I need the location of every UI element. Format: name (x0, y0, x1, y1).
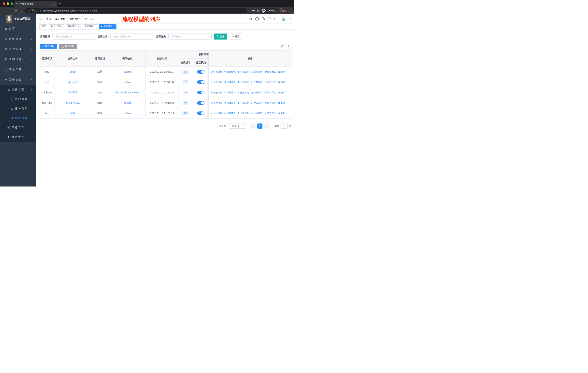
security-label[interactable]: 不安全 (31, 9, 38, 12)
active-toggle[interactable] (197, 111, 205, 115)
sidebar-item-leave-query[interactable]: 请假查询 (0, 132, 36, 142)
design-process-action[interactable]: ⚙ 设计流程 (224, 70, 235, 73)
form-info-link[interactable]: biubiu (124, 112, 131, 115)
sidebar-item-infrastructure[interactable]: 基础设施 ∨ (0, 54, 36, 64)
sidebar-item-task-management[interactable]: 任务管理 ∨ (0, 123, 36, 132)
import-process-button[interactable]: 导入流程 (59, 44, 77, 49)
close-icon[interactable]: × (113, 26, 115, 28)
create-process-button[interactable]: + 新建流程 (40, 44, 57, 49)
publish-process-action[interactable]: 发布流程 (251, 91, 262, 94)
sidebar-item-user-group[interactable]: 用户分组 (0, 104, 36, 113)
sidebar-collapse-icon[interactable] (39, 17, 42, 20)
sidebar-item-dev-tools[interactable]: 研发工具 ∨ (0, 64, 36, 75)
edit-process-action[interactable]: 修改流程 (211, 70, 222, 73)
sidebar-item-process-form[interactable]: 流程表单 (0, 94, 36, 104)
toggle-search-button[interactable] (280, 44, 285, 49)
fullscreen-icon[interactable] (267, 14, 272, 24)
process-name-link[interactable]: 测试多审批人 (65, 101, 80, 105)
delete-action[interactable]: 删除 (278, 70, 285, 73)
search-icon[interactable] (248, 14, 253, 24)
design-process-action[interactable]: ⚙ 设计流程 (224, 101, 235, 105)
delete-action[interactable]: 删除 (278, 101, 285, 105)
design-process-action[interactable]: ⚙ 设计流程 (224, 81, 235, 84)
maximize-window-button[interactable] (11, 2, 13, 5)
forward-icon[interactable]: → (7, 7, 12, 14)
close-icon[interactable]: × (61, 26, 62, 28)
active-toggle[interactable] (197, 101, 205, 105)
sidebar-item-payment[interactable]: ¥ 支付管理 ∨ (0, 44, 36, 54)
avatar[interactable] (280, 15, 287, 22)
form-info-link[interactable]: /bpm/oa/leave/create (115, 91, 139, 94)
sidebar-item-workflow[interactable]: 工作流程 ∧ (0, 75, 36, 85)
breadcrumb-item[interactable]: 首页 (46, 17, 51, 20)
search-button[interactable]: 搜索 (214, 33, 227, 40)
process-definition-action[interactable]: 流程定义 (264, 91, 276, 94)
sidebar-item-system[interactable]: ⚙ 系统管理 ∨ (0, 34, 36, 44)
browser-menu-icon[interactable]: ⋮ (288, 9, 290, 12)
breadcrumb-item[interactable]: 工作流程 (55, 17, 65, 20)
home-icon[interactable]: ⌂ (19, 7, 24, 14)
sidebar-item-process-model[interactable]: 流程模型 (0, 113, 36, 123)
help-icon[interactable]: ? (261, 14, 266, 24)
active-toggle[interactable] (197, 91, 205, 94)
process-name-link[interactable]: eeee (70, 70, 75, 73)
minimize-window-button[interactable] (7, 2, 9, 5)
goto-page-input[interactable]: 1 (281, 123, 288, 129)
github-icon[interactable] (254, 14, 260, 24)
assign-rule-action[interactable]: 分配规则 (238, 70, 249, 73)
page-1-button[interactable]: 1 (257, 123, 262, 129)
reset-button[interactable]: ↻ 重置 (229, 33, 242, 40)
publish-process-action[interactable]: 发布流程 (251, 112, 262, 115)
edit-process-action[interactable]: 修改流程 (211, 112, 222, 115)
process-name-input[interactable]: 请输入流程名称 (110, 33, 153, 40)
publish-process-action[interactable]: 发布流程 (251, 81, 262, 84)
form-info-link[interactable]: biubiu (124, 81, 131, 84)
active-toggle[interactable] (197, 70, 205, 74)
next-page-button[interactable]: › (264, 123, 269, 129)
page-size-select[interactable]: 10条/页 ∨ (229, 123, 246, 129)
font-size-icon[interactable]: tT (273, 14, 278, 24)
close-icon[interactable]: × (94, 26, 95, 28)
address-bar[interactable]: ⚠ 不安全 dashboard.yudao.iocoder.cn /bpm/ma… (25, 8, 247, 13)
process-definition-action[interactable]: 流程定义 (264, 70, 276, 73)
process-definition-action[interactable]: 流程定义 (264, 112, 276, 115)
breadcrumb-item[interactable]: 流程管理 (69, 17, 80, 20)
bookmark-star-icon[interactable]: ☆ (255, 7, 261, 14)
active-toggle[interactable] (197, 80, 205, 84)
browser-tab[interactable]: 芋道管理系统 × (14, 1, 57, 7)
edit-process-action[interactable]: 修改流程 (211, 101, 222, 105)
back-icon[interactable]: ← (1, 7, 7, 14)
process-key-input[interactable]: 请输入流程标识 (52, 33, 95, 40)
form-info-link[interactable]: biubiu (124, 70, 131, 73)
process-definition-action[interactable]: 流程定义 (264, 81, 276, 84)
browser-update-button[interactable]: 更新 ⋮ (280, 8, 292, 13)
tag-process-model[interactable]: 流程模型× (99, 24, 116, 29)
prev-page-button[interactable]: ‹ (251, 123, 256, 129)
tab-close-icon[interactable]: × (54, 3, 56, 6)
window-controls[interactable] (0, 2, 14, 5)
assign-rule-action[interactable]: 分配规则 (238, 112, 249, 115)
edit-process-action[interactable]: 修改流程 (211, 81, 222, 84)
delete-action[interactable]: 删除 (278, 112, 285, 115)
avatar-caret-icon[interactable]: ▾ (290, 14, 291, 24)
design-process-action[interactable]: ⚙ 设计流程 (224, 91, 235, 94)
tag-process-form[interactable]: 流程表单× (83, 24, 97, 29)
tag-tenant[interactable]: 租户管理× (49, 24, 64, 29)
publish-process-action[interactable]: 发布流程 (251, 101, 262, 105)
sidebar-item-home[interactable]: 首页 (0, 24, 36, 34)
edit-process-action[interactable]: 修改流程 (211, 91, 222, 94)
process-definition-action[interactable]: 流程定义 (264, 101, 276, 105)
assign-rule-action[interactable]: 分配规则 (238, 101, 249, 105)
process-name-link[interactable]: 滔博 (70, 112, 75, 115)
delete-action[interactable]: 删除 (278, 91, 285, 94)
new-tab-button[interactable]: + (59, 2, 61, 5)
design-process-action[interactable]: ⚙ 设计流程 (224, 112, 235, 115)
process-category-select[interactable]: 流程分类 ∨ (168, 33, 212, 40)
process-name-link[interactable]: OA 请假 (68, 91, 77, 94)
refresh-table-button[interactable]: ↻ (287, 44, 292, 49)
reload-icon[interactable]: ↻ (13, 7, 18, 14)
assign-rule-action[interactable]: 分配规则 (238, 81, 249, 84)
process-name-link[interactable]: 自己审批 (68, 81, 78, 84)
assign-rule-action[interactable]: 分配规则 (238, 91, 249, 94)
delete-action[interactable]: 删除 (278, 81, 285, 84)
